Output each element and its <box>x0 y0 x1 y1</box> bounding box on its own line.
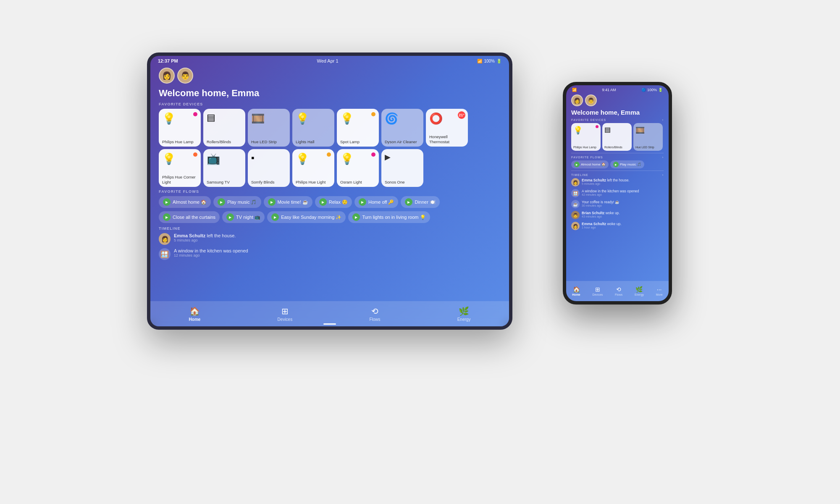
phone-battery: 100% <box>647 88 657 92</box>
avatar-emma[interactable]: 👩 <box>159 68 175 84</box>
flow-play-icon: ▶ <box>163 198 171 206</box>
flow-label-dinner: Dinner 🍽️ <box>415 200 435 205</box>
nav-devices[interactable]: ⊞ Devices <box>278 306 293 322</box>
phone-device-rollers-blinds[interactable]: ▤ Rollers/Blinds <box>602 123 632 151</box>
tablet-timeline-item-2: 🪟 A window in the kitchen was opened 12 … <box>159 248 501 260</box>
nav-energy-label: Energy <box>457 317 471 322</box>
phone-nav-energy[interactable]: 🌿 Energy <box>635 286 644 296</box>
battery-icon: 🔋 <box>496 59 501 63</box>
device-name-honeywell-thermostat: Honeywell Thermostat <box>429 134 465 144</box>
device-card-spot-lamp[interactable]: 💡 Spot Lamp <box>337 109 379 147</box>
device-card-dyson-air-cleaner[interactable]: 🌀 Dyson Air Cleaner <box>381 109 423 147</box>
flow-movie-time[interactable]: ▶ Movie time! ☕ <box>264 196 312 208</box>
nav-energy[interactable]: 🌿 Energy <box>457 306 471 322</box>
device-name-spot-lamp: Spot Lamp <box>340 139 360 144</box>
phone-timeline-text: TIMELINE <box>571 173 588 176</box>
device-name-sonos-one: Sonos One <box>385 180 405 184</box>
tablet-status-icons: 📶 100% 🔋 <box>477 59 501 63</box>
phone-avatar-partner[interactable]: 👨 <box>585 94 597 106</box>
flow-home-off[interactable]: ▶ Home off 🔑 <box>354 196 399 208</box>
phone-flow-label-almost-home: Almost home 🏠 <box>581 163 606 166</box>
phone-device-icon-rollers-blinds: ▤ <box>604 126 611 134</box>
device-icon-philips-hue-lamp: 💡 <box>162 113 176 124</box>
phone-flow-almost-home[interactable]: ▶ Almost home 🏠 <box>571 160 609 168</box>
flow-almost-home[interactable]: ▶ Almost home 🏠 <box>159 196 211 208</box>
phone-nav-home-label: Home <box>572 293 580 296</box>
flow-relax[interactable]: ▶ Relax 😌 <box>315 196 352 208</box>
flow-play-music[interactable]: ▶ Play music 🎵 <box>213 196 261 208</box>
phone-timeline-item-2: 🪟 A window in the kitchen was opened 42 … <box>571 189 664 197</box>
phone-dot-philips-hue-lamp <box>596 125 598 128</box>
device-card-hue-led-strip[interactable]: 🎞️ Hue LED Strip <box>248 109 290 147</box>
tablet-avatars: 👩 👨 <box>159 68 501 84</box>
phone-fav-flows-label: FAVORITE FLOWS › <box>571 156 664 159</box>
phone-timeline-time-5: 1 hour ago <box>582 226 622 229</box>
phone-avatars: 👩 👨 <box>571 94 664 106</box>
device-name-osram-light: Osram Light <box>340 180 362 184</box>
device-card-lights-hall[interactable]: 💡 Lights Hall <box>292 109 334 147</box>
phone-timeline-avatar-3: ☕ <box>571 200 580 208</box>
flow-tv-night[interactable]: ▶ TV night 📺 <box>222 211 265 223</box>
device-card-rollers-blinds[interactable]: ▤ Rollers/Blinds <box>203 109 245 147</box>
phone-nav-flows[interactable]: ⟲ Flows <box>615 286 622 296</box>
phone-device-icon-hue-led-strip: 🎞️ <box>635 126 645 135</box>
phone-timeline-label: TIMELINE › <box>571 173 664 176</box>
flow-turn-lights[interactable]: ▶ Turn lights on in living room 💡 <box>348 211 430 223</box>
device-card-samsung-tv[interactable]: 📺 Samsung TV <box>203 149 245 187</box>
device-icon-lights-hall: 💡 <box>296 113 309 124</box>
tablet-flows-grid: ▶ Almost home 🏠 ▶ Play music 🎵 ▶ Movie t… <box>159 196 501 208</box>
device-name-rollers-blinds: Rollers/Blinds <box>207 139 231 144</box>
tablet-screen: 12:37 PM Wed Apr 1 📶 100% 🔋 👩 👨 Welcome … <box>150 56 509 326</box>
flow-label-easy-sunday: Easy like Sunday morning ✨ <box>281 215 341 220</box>
phone-time: 9:41 AM <box>602 88 616 92</box>
phone-nav-home-icon: 🏠 <box>573 286 580 293</box>
phone-bt-icon: 🔵 <box>641 88 646 92</box>
phone-timeline-item-4: 👨 Brian Schultz woke up. 43 minutes ago <box>571 211 664 219</box>
flow-dinner[interactable]: ▶ Dinner 🍽️ <box>401 196 439 208</box>
phone-flow-play-play-music: ▶ <box>613 162 619 167</box>
device-card-philips-hue-lamp[interactable]: 💡 Philips Hue Lamp <box>159 109 201 147</box>
nav-flows[interactable]: ⟲ Flows <box>369 306 380 322</box>
avatar-partner[interactable]: 👨 <box>177 68 193 84</box>
phone-nav-more-label: More <box>656 293 663 296</box>
battery-label: 100% <box>484 59 495 63</box>
phone-avatar-emma[interactable]: 👩 <box>571 94 583 106</box>
phone-timeline-text-3: Your coffee is ready! ☕ <box>582 200 620 204</box>
nav-energy-icon: 🌿 <box>459 306 469 316</box>
tablet-flows-grid-2: ▶ Close all the curtains ▶ TV night 📺 ▶ … <box>159 211 501 223</box>
device-card-honeywell-thermostat[interactable]: ⭕ 21° Honeywell Thermostat <box>426 109 468 147</box>
tablet-timeline-content-1: Emma Schultz left the house. 5 minutes a… <box>174 233 236 242</box>
phone-nav-devices-icon: ⊞ <box>595 286 600 293</box>
nav-devices-label: Devices <box>278 317 293 322</box>
phone-nav-devices[interactable]: ⊞ Devices <box>592 286 603 296</box>
device-card-somfy-blinds[interactable]: ▪ Somfy Blinds <box>248 149 290 187</box>
phone-nav-flows-label: Flows <box>615 293 622 296</box>
tablet-fav-flows-label: FAVORITE FLOWS <box>159 189 501 194</box>
flow-easy-sunday[interactable]: ▶ Easy like Sunday morning ✨ <box>267 211 346 223</box>
phone-nav-home[interactable]: 🏠 Home <box>572 286 580 296</box>
device-card-sonos-one[interactable]: ▶ Sonos One <box>381 149 423 187</box>
device-dot-osram-light <box>371 152 375 157</box>
device-icon-rollers-blinds: ▤ <box>207 113 215 122</box>
device-icon-philips-hue-light: 💡 <box>296 153 309 164</box>
tablet-time: 12:37 PM <box>158 58 178 63</box>
device-card-philips-hue-light[interactable]: 💡 Philips Hue Light <box>292 149 334 187</box>
flow-label-turn-lights: Turn lights on in living room 💡 <box>362 215 425 220</box>
device-icon-philips-hue-corner: 💡 <box>162 153 176 164</box>
device-card-osram-light[interactable]: 💡 Osram Light <box>337 149 379 187</box>
device-card-philips-hue-corner[interactable]: 💡 Philips Hue Corner Light <box>159 149 201 187</box>
nav-home[interactable]: 🏠 Home <box>189 306 201 322</box>
phone-timeline-content-4: Brian Schultz woke up. 43 minutes ago <box>582 211 620 218</box>
device-name-samsung-tv: Samsung TV <box>207 180 230 184</box>
phone-nav-more[interactable]: ··· More <box>656 286 663 296</box>
phone-device-philips-hue-lamp[interactable]: 💡 Philips Hue Lamp <box>571 123 601 151</box>
flow-play-icon-turn-lights: ▶ <box>352 213 360 221</box>
nav-home-icon: 🏠 <box>189 306 200 316</box>
phone-flow-play-music[interactable]: ▶ Play music 🎵 <box>610 160 644 168</box>
flow-play-icon-curtains: ▶ <box>163 213 171 221</box>
phone: 📶 9:41 AM 🔵 100% 🔋 👩 👨 Welcome home, Emm… <box>563 82 672 304</box>
phone-timeline-text-1: Emma Schultz left the house. <box>582 178 630 182</box>
phone-device-hue-led-strip[interactable]: 🎞️ Hue LED Strip <box>633 123 663 151</box>
flow-close-curtains[interactable]: ▶ Close all the curtains <box>159 211 220 223</box>
phone-welcome: Welcome home, Emma <box>571 109 664 116</box>
